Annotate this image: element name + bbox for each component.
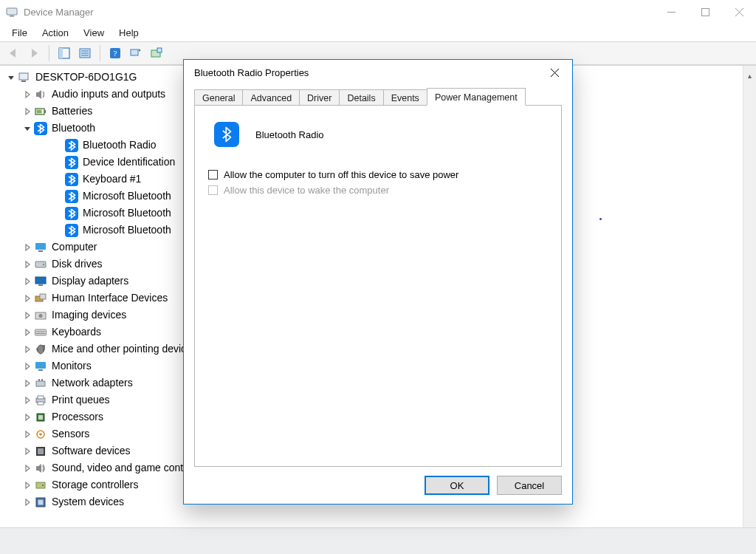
svg-rect-29	[35, 243, 46, 250]
svg-point-42	[38, 345, 44, 354]
tab-details[interactable]: Details	[339, 89, 383, 106]
tree-item-label: Keyboard #1	[83, 171, 141, 188]
speaker-icon	[34, 88, 47, 101]
minimize-button[interactable]	[654, 0, 688, 24]
bt-icon	[65, 173, 78, 186]
storage-icon	[34, 479, 47, 492]
svg-rect-18	[21, 81, 26, 82]
statusbar	[0, 527, 756, 554]
svg-rect-43	[35, 362, 46, 369]
option-allow-turn-off[interactable]: Allow the computer to turn off this devi…	[208, 169, 548, 180]
sensor-icon	[34, 428, 47, 441]
toolbar-update-driver-button[interactable]	[148, 44, 165, 62]
menu-file[interactable]: File	[4, 26, 35, 40]
tree-scrollbar[interactable]: ▴	[743, 66, 756, 527]
tab-driver[interactable]: Driver	[299, 89, 340, 106]
mouse-icon	[34, 343, 47, 356]
monitor-icon	[34, 241, 47, 254]
close-button[interactable]	[722, 0, 756, 24]
tree-item-label: Bluetooth	[52, 120, 95, 137]
toolbar-properties-button[interactable]	[76, 44, 94, 62]
expander-closed-icon[interactable]	[22, 327, 32, 338]
toolbar-scan-button[interactable]	[127, 44, 145, 62]
svg-point-38	[39, 314, 43, 318]
toolbar-help-button[interactable]: ?	[106, 44, 124, 62]
svg-rect-16	[157, 48, 162, 52]
expander-closed-icon[interactable]	[22, 89, 32, 100]
expander-closed-icon[interactable]	[22, 395, 32, 406]
dialog-close-button[interactable]	[538, 61, 571, 83]
maximize-button[interactable]	[688, 0, 722, 24]
tree-item-label: Keyboards	[52, 324, 101, 341]
svg-rect-56	[38, 448, 44, 454]
tab-advanced[interactable]: Advanced	[242, 89, 300, 106]
dialog-tabs: General Advanced Driver Details Events P…	[194, 86, 562, 106]
svg-rect-46	[38, 379, 40, 381]
expander-closed-icon[interactable]	[22, 344, 32, 355]
svg-rect-52	[38, 415, 43, 420]
svg-rect-21	[37, 109, 42, 113]
hid-icon	[34, 292, 47, 305]
tab-power-management[interactable]: Power Management	[427, 88, 526, 106]
expander-closed-icon[interactable]	[22, 259, 32, 270]
bt-icon	[65, 190, 78, 203]
expander-closed-icon[interactable]	[22, 276, 32, 287]
svg-rect-20	[44, 110, 46, 113]
bt-icon	[34, 122, 47, 135]
svg-rect-49	[38, 396, 44, 399]
toolbar-back-button	[4, 44, 22, 62]
tab-general[interactable]: General	[194, 89, 243, 106]
expander-open-icon[interactable]	[6, 72, 16, 83]
svg-rect-50	[38, 402, 44, 405]
scroll-up-icon[interactable]: ▴	[748, 67, 752, 84]
expander-closed-icon[interactable]	[22, 378, 32, 389]
expander-closed-icon[interactable]	[22, 429, 32, 440]
ok-button[interactable]: OK	[425, 476, 489, 495]
expander-closed-icon[interactable]	[22, 293, 32, 304]
tab-events[interactable]: Events	[383, 89, 427, 106]
tree-item-label: Disk drives	[52, 256, 102, 273]
svg-rect-34	[38, 284, 43, 286]
software-icon	[34, 445, 47, 458]
expander-closed-icon[interactable]	[22, 497, 32, 507]
cancel-button[interactable]: Cancel	[497, 476, 562, 495]
tree-item-label: Mice and other pointing devices	[52, 341, 197, 358]
expander-closed-icon[interactable]	[22, 310, 32, 321]
toolbar-separator	[100, 45, 100, 61]
tree-item-label: Network adapters	[52, 375, 133, 391]
svg-rect-47	[41, 379, 43, 381]
disk-icon	[34, 258, 47, 271]
svg-rect-0	[7, 8, 17, 15]
expander-closed-icon[interactable]	[22, 361, 32, 372]
expander-closed-icon[interactable]	[22, 480, 32, 490]
expander-closed-icon[interactable]	[22, 106, 32, 117]
option-label: Allow this device to wake the computer	[224, 185, 389, 196]
option-allow-wake: Allow this device to wake the computer	[208, 185, 548, 196]
dialog-title: Bluetooth Radio Properties	[194, 67, 538, 78]
expander-closed-icon[interactable]	[22, 446, 32, 456]
device-manager-icon	[6, 6, 18, 18]
menubar: File Action View Help	[0, 24, 756, 41]
tree-item-label: System devices	[52, 493, 124, 510]
expander-closed-icon[interactable]	[22, 412, 32, 423]
dialog-titlebar[interactable]: Bluetooth Radio Properties	[184, 60, 572, 85]
tree-item-label: Microsoft Bluetooth	[83, 222, 171, 239]
tree-item-label: Computer	[52, 239, 97, 256]
network-icon	[34, 377, 47, 390]
menu-help[interactable]: Help	[111, 26, 146, 40]
monitor-icon	[34, 360, 47, 373]
display-icon	[34, 275, 47, 288]
computer-root-icon	[18, 71, 31, 84]
svg-rect-44	[38, 369, 43, 371]
expander-closed-icon[interactable]	[22, 463, 32, 473]
toolbar-show-hide-button[interactable]	[55, 44, 73, 62]
tree-item-label: Batteries	[52, 103, 92, 120]
svg-rect-39	[35, 329, 47, 335]
menu-view[interactable]: View	[76, 26, 111, 40]
expander-open-icon[interactable]	[22, 123, 32, 134]
tree-item-label: Sensors	[52, 425, 89, 442]
expander-closed-icon[interactable]	[22, 242, 32, 253]
checkbox-icon[interactable]	[208, 170, 218, 179]
menu-action[interactable]: Action	[35, 26, 76, 40]
svg-rect-14	[131, 49, 138, 55]
